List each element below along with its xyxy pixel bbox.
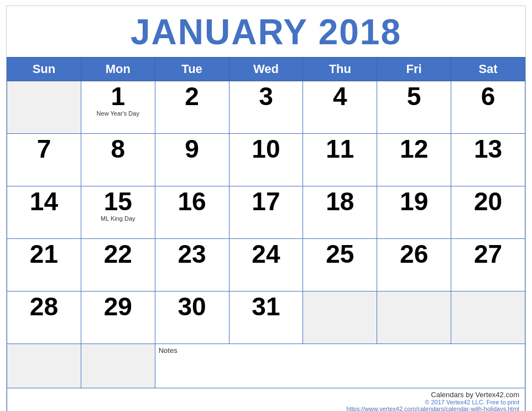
day-cell: 1New Year's Day (81, 81, 155, 134)
day-number: 18 (326, 189, 354, 214)
day-number: 25 (326, 241, 354, 267)
header-day-fri: Fri (377, 58, 451, 81)
day-number: 27 (474, 241, 502, 267)
day-cell: 17 (229, 186, 303, 239)
day-number: 15 (104, 189, 132, 214)
day-cell: 16 (155, 186, 229, 239)
day-cell: 6 (451, 81, 525, 134)
day-number: 3 (259, 84, 273, 109)
week-row-4: 21222324252627 (7, 239, 525, 292)
day-cell: 21 (7, 239, 81, 292)
day-number: 22 (104, 241, 132, 267)
day-number: 12 (400, 136, 428, 162)
day-cell: 27 (451, 239, 525, 292)
day-number: 10 (252, 136, 280, 162)
footer-row: Calendars by Vertex42.com© 2017 Vertex42… (7, 388, 525, 412)
day-cell: 18 (303, 186, 377, 239)
day-cell: 23 (155, 239, 229, 292)
day-number: 23 (178, 241, 206, 267)
day-cell: 4 (303, 81, 377, 134)
day-number: 7 (37, 136, 51, 162)
header-row: SunMonTueWedThuFriSat (7, 58, 525, 81)
header-day-mon: Mon (81, 58, 155, 81)
day-number: 14 (30, 189, 58, 214)
notes-empty-cell (81, 344, 155, 388)
calendar-grid: SunMonTueWedThuFriSat 1New Year's Day234… (7, 57, 525, 411)
calendar-container: JANUARY 2018 SunMonTueWedThuFriSat 1New … (6, 6, 526, 411)
notes-area: Notes (155, 344, 525, 388)
day-cell: 20 (451, 186, 525, 239)
day-number: 16 (178, 189, 206, 214)
week-row-2: 78910111213 (7, 134, 525, 186)
day-cell: 10 (229, 134, 303, 186)
day-number: 26 (400, 241, 428, 267)
day-cell: 31 (229, 292, 303, 344)
day-number: 1 (111, 84, 125, 109)
week-row-5: 28293031 (7, 292, 525, 344)
week-row-1: 1New Year's Day23456 (7, 81, 525, 134)
day-cell: 26 (377, 239, 451, 292)
footer-cell: Calendars by Vertex42.com© 2017 Vertex42… (7, 388, 525, 412)
day-cell: 12 (377, 134, 451, 186)
day-cell: 25 (303, 239, 377, 292)
week-row-3: 1415ML King Day1617181920 (7, 186, 525, 239)
day-cell: 7 (7, 134, 81, 186)
day-number: 11 (326, 136, 354, 162)
day-cell: 28 (7, 292, 81, 344)
day-cell: 24 (229, 239, 303, 292)
footer-copyright: © 2017 Vertex42 LLC. Free to print (13, 399, 519, 405)
day-cell: 2 (155, 81, 229, 134)
day-cell (377, 292, 451, 344)
day-number: 20 (474, 189, 502, 214)
day-cell: 22 (81, 239, 155, 292)
day-cell: 15ML King Day (81, 186, 155, 239)
calendar-title: JANUARY 2018 (7, 6, 525, 57)
day-number: 29 (104, 294, 132, 319)
day-cell: 3 (229, 81, 303, 134)
notes-row: Notes (7, 344, 525, 388)
day-cell: 5 (377, 81, 451, 134)
day-number: 28 (30, 294, 58, 319)
day-cell: 11 (303, 134, 377, 186)
footer-url: https://www.vertex42.com/calendars/calen… (13, 405, 519, 411)
day-cell: 30 (155, 292, 229, 344)
day-number: 30 (178, 294, 206, 319)
day-cell: 8 (81, 134, 155, 186)
footer-credit: Calendars by Vertex42.com (13, 391, 519, 399)
day-number: 2 (185, 84, 199, 109)
day-number: 9 (185, 136, 199, 162)
day-cell: 14 (7, 186, 81, 239)
day-cell (451, 292, 525, 344)
day-number: 4 (333, 84, 347, 109)
holiday-label: New Year's Day (97, 110, 139, 117)
header-day-wed: Wed (229, 58, 303, 81)
day-number: 31 (252, 294, 280, 319)
day-cell: 13 (451, 134, 525, 186)
header-day-sun: Sun (7, 58, 81, 81)
day-number: 21 (30, 241, 58, 267)
day-number: 19 (400, 189, 428, 214)
day-cell (7, 81, 81, 134)
day-number: 17 (252, 189, 280, 214)
day-cell: 9 (155, 134, 229, 186)
day-cell: 29 (81, 292, 155, 344)
day-number: 6 (481, 84, 496, 109)
holiday-label: ML King Day (101, 215, 135, 222)
day-cell (303, 292, 377, 344)
day-number: 13 (474, 136, 502, 162)
header-day-tue: Tue (155, 58, 229, 81)
day-number: 5 (407, 84, 421, 109)
header-day-sat: Sat (451, 58, 525, 81)
notes-empty-cell (7, 344, 81, 388)
day-number: 8 (111, 136, 125, 162)
day-cell: 19 (377, 186, 451, 239)
day-number: 24 (252, 241, 280, 267)
header-day-thu: Thu (303, 58, 377, 81)
